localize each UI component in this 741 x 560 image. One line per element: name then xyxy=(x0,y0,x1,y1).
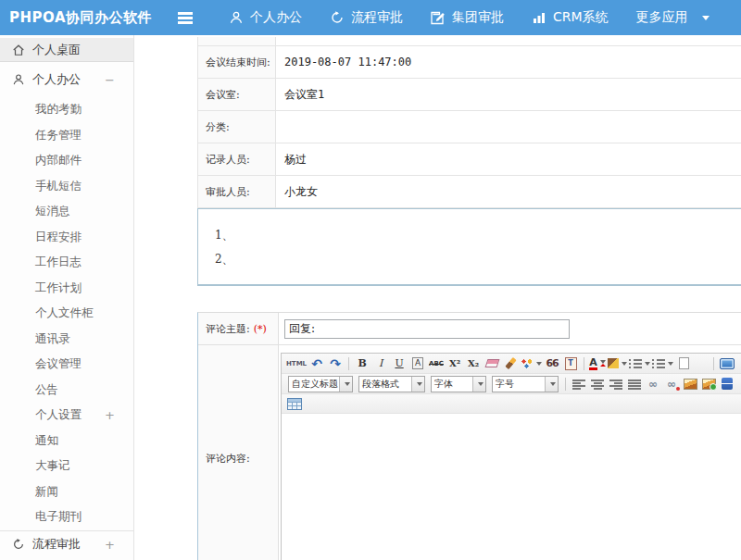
ordered-list-dropdown[interactable] xyxy=(629,355,650,372)
nav-personal-office[interactable]: 个人办公 xyxy=(215,0,316,35)
highlight-color-dropdown[interactable] xyxy=(608,355,627,372)
insert-link-button[interactable]: ∞ xyxy=(645,376,661,392)
insert-image-button[interactable] xyxy=(682,376,698,392)
sidebar-item-e-journal[interactable]: 电子期刊 xyxy=(0,504,133,530)
blockquote-button[interactable]: 66 xyxy=(544,355,560,372)
fullscreen-button[interactable] xyxy=(719,355,735,372)
row-label: 会议结束时间: xyxy=(198,46,276,78)
collapse-icon[interactable]: − xyxy=(105,73,115,87)
bold-button[interactable]: B xyxy=(354,355,370,372)
row-value: 2019-08-07 11:47:00 xyxy=(276,46,741,78)
html-source-button[interactable]: HTML xyxy=(286,355,307,372)
table-row-approver: 审批人员: 小龙女 xyxy=(198,176,741,208)
expand-icon[interactable]: + xyxy=(105,408,115,422)
format-painter-button[interactable] xyxy=(502,355,519,372)
nav-crm[interactable]: CRM系统 xyxy=(518,0,622,35)
italic-button[interactable]: I xyxy=(372,355,389,372)
custom-heading-select[interactable]: 自定义标题 xyxy=(288,376,353,392)
editor-toolbar-row-1: HTML ↶ ↷ B I U A ABC X² X₂ xyxy=(282,354,741,374)
subscript-button[interactable]: X₂ xyxy=(465,355,482,372)
nav-workflow-approval[interactable]: 流程审批 xyxy=(316,0,417,35)
paste-text-button[interactable]: T xyxy=(562,355,579,372)
unordered-list-icon xyxy=(652,358,665,369)
sidebar-item-schedule[interactable]: 日程安排 xyxy=(0,225,133,251)
sidebar-item-task-management[interactable]: 任务管理 xyxy=(0,123,133,149)
sidebar-sub-list: 我的考勤 任务管理 内部邮件 手机短信 短消息 日程安排 工作日志 工作计划 个… xyxy=(0,97,133,530)
sidebar-item-label: 大事记 xyxy=(35,458,70,474)
sidebar-item-label: 我的考勤 xyxy=(35,102,82,118)
expand-icon[interactable]: + xyxy=(105,538,115,552)
quick-format-dropdown[interactable] xyxy=(521,355,542,372)
align-center-button[interactable] xyxy=(589,376,606,392)
table-row-meeting-room: 会议室: 会议室1 xyxy=(198,79,741,111)
table-icon xyxy=(287,398,302,410)
nav-group-approval[interactable]: 集团审批 xyxy=(417,0,518,35)
sidebar-item-desktop[interactable]: 个人桌面 xyxy=(0,38,133,62)
paragraph-format-select[interactable]: 段落格式 xyxy=(358,376,425,392)
caret-down-icon xyxy=(345,382,350,386)
top-navbar: PHPOA协同办公软件 个人办公 流程审批 集团审批 xyxy=(0,0,741,35)
content-line: 1、 xyxy=(215,223,741,247)
sidebar-item-personal-settings[interactable]: 个人设置+ xyxy=(0,403,133,429)
superscript-button[interactable]: X² xyxy=(446,355,463,372)
align-right-button[interactable] xyxy=(608,376,624,392)
unordered-list-dropdown[interactable] xyxy=(652,355,673,372)
redo-icon[interactable]: ↷ xyxy=(327,355,344,372)
comment-subject-input[interactable] xyxy=(284,319,570,339)
font-style-button[interactable]: A xyxy=(409,355,426,372)
sidebar-item-file-cabinet[interactable]: 个人文件柜 xyxy=(0,301,133,327)
media-icon xyxy=(722,378,733,390)
sidebar-item-meeting-management[interactable]: 会议管理 xyxy=(0,352,133,378)
font-size-select[interactable]: 字号 xyxy=(492,376,559,392)
sidebar-item-label: 工作日志 xyxy=(35,255,82,270)
font-family-select[interactable]: 字体 xyxy=(431,376,486,392)
required-mark: (*) xyxy=(254,323,267,335)
sidebar-item-sms[interactable]: 手机短信 xyxy=(0,174,133,200)
hamburger-menu-icon[interactable] xyxy=(178,12,193,24)
sidebar-item-label: 短消息 xyxy=(35,204,70,219)
sidebar-item-label: 任务管理 xyxy=(35,128,82,143)
sidebar-item-short-message[interactable]: 短消息 xyxy=(0,199,133,225)
nav-more-apps[interactable]: 更多应用 xyxy=(622,0,723,35)
new-page-button[interactable] xyxy=(675,355,692,372)
caret-down-icon xyxy=(536,362,542,366)
justify-icon xyxy=(628,379,641,390)
rich-text-editor: HTML ↶ ↷ B I U A ABC X² X₂ xyxy=(281,353,741,560)
highlighter-icon xyxy=(608,358,619,368)
app-window: PHPOA协同办公软件 个人办公 流程审批 集团审批 xyxy=(0,0,741,560)
clipboard-icon: T xyxy=(565,357,577,370)
undo-icon[interactable]: ↶ xyxy=(308,355,325,372)
insert-media-button[interactable] xyxy=(719,376,735,392)
caret-down-icon xyxy=(702,16,710,20)
editor-content-area[interactable] xyxy=(282,414,741,560)
underline-button[interactable]: U xyxy=(391,355,408,372)
sidebar-item-attendance[interactable]: 我的考勤 xyxy=(0,97,133,123)
insert-table-button[interactable] xyxy=(286,395,303,412)
align-left-button[interactable] xyxy=(571,376,587,392)
table-row-end-time: 会议结束时间: 2019-08-07 11:47:00 xyxy=(198,46,741,79)
person-icon xyxy=(229,10,244,25)
sidebar-item-work-plan[interactable]: 工作计划 xyxy=(0,276,133,302)
sidebar-section-workflow[interactable]: 流程审批 + xyxy=(0,530,133,558)
sidebar-section-personal-office[interactable]: 个人办公 − xyxy=(0,66,133,93)
justify-button[interactable] xyxy=(626,376,643,392)
sidebar-item-contacts[interactable]: 通讯录 xyxy=(0,327,133,353)
remove-format-button[interactable] xyxy=(484,355,500,372)
sidebar-item-events[interactable]: 大事记 xyxy=(0,454,133,479)
blank-page-icon xyxy=(679,357,689,369)
fullscreen-icon xyxy=(720,358,735,369)
image-icon xyxy=(684,379,697,390)
sidebar-section-label: 流程审批 xyxy=(32,536,81,553)
sidebar-item-announcement[interactable]: 公告 xyxy=(0,378,133,404)
remove-link-button[interactable]: ∞ xyxy=(663,376,680,392)
strikethrough-button[interactable]: ABC xyxy=(428,355,445,372)
table-row-recorder: 记录人员: 杨过 xyxy=(198,143,741,176)
sidebar-section-label: 个人办公 xyxy=(32,71,81,88)
font-color-dropdown[interactable]: A xyxy=(589,355,606,372)
sidebar-item-internal-mail[interactable]: 内部邮件 xyxy=(0,148,133,174)
sidebar-item-work-log[interactable]: 工作日志 xyxy=(0,250,133,276)
sidebar-item-news[interactable]: 新闻 xyxy=(0,479,133,505)
upload-image-button[interactable] xyxy=(700,376,717,392)
row-value xyxy=(276,111,741,143)
sidebar-item-notice[interactable]: 通知 xyxy=(0,429,133,454)
